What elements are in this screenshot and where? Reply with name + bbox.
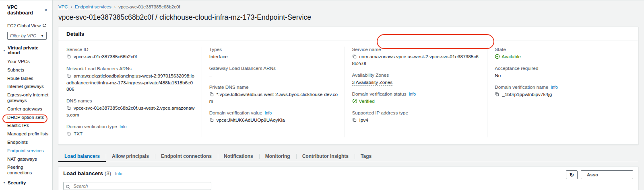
field-label: Service name <box>352 47 481 52</box>
field-label: Domain verification type <box>66 124 117 129</box>
sidebar-item-dhcp-option-sets[interactable]: DHCP option sets <box>7 114 49 121</box>
sidebar-item-subnets[interactable]: Subnets <box>7 67 49 74</box>
copy-icon[interactable] <box>495 92 499 98</box>
copy-icon[interactable] <box>66 74 71 80</box>
breadcrumb: VPC › Endpoint services › vpce-svc-01e38… <box>58 4 644 9</box>
field-label: Types <box>209 47 338 52</box>
sidebar-item-managed-prefix-lists[interactable]: Managed prefix lists <box>7 131 49 137</box>
field-supported-ip-address-type: Supported IP address type Ipv4 <box>352 110 481 124</box>
breadcrumb-endpoint-services[interactable]: Endpoint services <box>75 4 111 9</box>
field-label: Supported IP address type <box>352 110 481 116</box>
field-gwlb-arns: Gateway Load Balancers ARNs – <box>209 65 338 79</box>
sidebar-item-route-tables[interactable]: Route tables <box>7 76 49 82</box>
copy-icon[interactable] <box>66 131 71 138</box>
nav-section-header-vpc[interactable]: ▼ Virtual private cloud <box>3 45 49 55</box>
field-label: Acceptance required <box>495 65 623 71</box>
sidebar: VPC dashboard × EC2 Global View Filter b… <box>0 0 53 190</box>
tab-tags[interactable]: Tags <box>355 151 378 162</box>
field-value-text: vpce-svc-01e387385c68b2c0f <box>74 54 137 59</box>
info-link[interactable]: Info <box>120 124 127 129</box>
field-label: Availability Zones <box>352 72 481 78</box>
close-icon[interactable]: × <box>44 8 47 12</box>
tab-notifications[interactable]: Notifications <box>218 151 259 162</box>
field-label: Service ID <box>66 47 195 52</box>
copy-icon[interactable] <box>66 54 71 61</box>
load-balancers-panel: Load balancers (3) Info ↻ Asso Availabil… <box>58 166 638 190</box>
breadcrumb-separator-icon: › <box>71 5 72 9</box>
chevron-down-icon: ▼ <box>41 34 44 38</box>
copy-icon[interactable] <box>66 106 71 112</box>
field-value-text: No <box>495 73 623 79</box>
details-column-4: State Available Acceptance required No D… <box>487 47 630 137</box>
field-domain-verification-name: Domain verification nameInfo _1b0rp1ppwl… <box>495 84 623 98</box>
tab-contributor-insights[interactable]: Contributor Insights <box>296 151 355 162</box>
ec2-global-view-link[interactable]: EC2 Global View <box>7 23 49 28</box>
sidebar-item-your-vpcs[interactable]: Your VPCs <box>7 59 49 65</box>
sidebar-item-carrier-gateways[interactable]: Carrier gateways <box>7 106 49 112</box>
details-column-2: Types Interface Gateway Load Balancers A… <box>202 47 345 137</box>
load-balancers-count: (3) <box>105 170 111 176</box>
info-link[interactable]: Info <box>265 110 272 115</box>
field-value-text: vpce:JMtUK6AdUUOp9UAoyKla <box>217 117 285 123</box>
field-types: Types Interface <box>209 47 338 60</box>
info-link[interactable]: Info <box>409 92 416 96</box>
sidebar-item-internet-gateways[interactable]: Internet gateways <box>7 84 49 90</box>
chevron-down-icon: ▼ <box>3 181 6 184</box>
search-input[interactable] <box>63 182 211 190</box>
sidebar-item-peering-connections[interactable]: Peering connections <box>7 164 49 176</box>
field-service-name: Service name com.amazonaws.vpce.us-west-… <box>352 47 481 67</box>
info-link[interactable]: Info <box>551 85 558 90</box>
breadcrumb-vpc[interactable]: VPC <box>58 4 68 9</box>
sidebar-item-endpoint-services[interactable]: Endpoint services <box>7 148 49 154</box>
tab-monitoring[interactable]: Monitoring <box>259 151 296 162</box>
field-value-text: Ipv4 <box>359 117 368 123</box>
sidebar-item-endpoints[interactable]: Endpoints <box>7 139 49 146</box>
field-service-id: Service ID vpce-svc-01e387385c68b2c0f <box>66 47 195 61</box>
availability-zones-link[interactable]: 3 Availability Zones <box>352 80 393 86</box>
nav-section-vpc: ▼ Virtual private cloud Your VPCs Subnet… <box>7 45 49 176</box>
status-text: Verified <box>359 98 375 105</box>
field-label: State <box>495 47 623 52</box>
tab-endpoint-connections[interactable]: Endpoint connections <box>155 151 218 162</box>
field-label: Domain verification value <box>209 110 262 116</box>
sidebar-item-egress-only-internet-gateways[interactable]: Egress-only internet gateways <box>7 92 49 104</box>
search-icon <box>66 184 70 190</box>
vpc-filter-select[interactable]: Filter by VPC ▼ <box>7 32 47 40</box>
copy-icon[interactable] <box>209 118 214 124</box>
field-dns-names: DNS names vpce-svc-01e387385c68b2c0f.us-… <box>66 98 195 118</box>
breadcrumb-current: vpce-svc-01e387385c68b2c0f <box>118 4 180 9</box>
load-balancers-title: Load balancers <box>63 170 103 176</box>
field-domain-verification-status: Domain verification statusInfo Verified <box>352 91 481 105</box>
check-circle-icon <box>352 98 357 105</box>
tab-allow-principals[interactable]: Allow principals <box>106 151 155 162</box>
nav-section-header-security[interactable]: ▼ Security <box>3 180 49 185</box>
field-value-text: _1b0rp1ppwlnbipv7k4jg <box>502 92 552 97</box>
field-value-text: – <box>209 73 338 79</box>
field-label: Domain verification name <box>495 84 548 90</box>
tab-load-balancers[interactable]: Load balancers <box>58 151 106 162</box>
copy-icon[interactable] <box>352 54 357 61</box>
sidebar-title: VPC dashboard <box>7 4 44 16</box>
field-value-text: TXT <box>74 131 83 137</box>
details-panel: Details Service ID vpce-svc-01e387385c68… <box>58 27 638 145</box>
copy-icon[interactable] <box>352 118 357 124</box>
field-label: Network Load Balancers ARNs <box>66 66 195 72</box>
field-state: State Available <box>495 47 623 60</box>
details-column-1: Service ID vpce-svc-01e387385c68b2c0f Ne… <box>66 47 202 137</box>
associate-button[interactable]: Asso <box>581 170 633 179</box>
check-circle-icon <box>495 54 500 60</box>
external-link-icon <box>42 23 46 28</box>
copy-icon[interactable] <box>209 92 214 98</box>
refresh-button[interactable]: ↻ <box>566 170 578 179</box>
tab-bar: Load balancers Allow principals Endpoint… <box>58 151 638 162</box>
info-link[interactable]: Info <box>115 171 122 176</box>
sidebar-item-elastic-ips[interactable]: Elastic IPs <box>7 123 49 129</box>
field-label: Gateway Load Balancers ARNs <box>209 65 338 71</box>
page-title: vpce-svc-01e387385c68b2c0f / clickhouse-… <box>58 13 644 22</box>
details-column-3: Service name com.amazonaws.vpce.us-west-… <box>345 47 487 137</box>
field-domain-verification-type: Domain verification typeInfo TXT <box>66 124 195 138</box>
sidebar-item-nat-gateways[interactable]: NAT gateways <box>7 156 49 163</box>
vpc-filter-placeholder: Filter by VPC <box>10 33 36 38</box>
main-content: VPC › Endpoint services › vpce-svc-01e38… <box>53 0 644 190</box>
field-label: Domain verification status <box>352 91 407 97</box>
